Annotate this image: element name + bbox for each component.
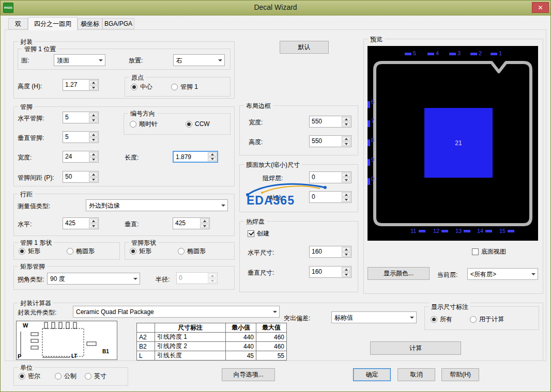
board-width-input[interactable]: 550 [309, 116, 351, 128]
height-spinner[interactable] [88, 80, 98, 90]
display-colors-button[interactable]: 显示颜色... [368, 267, 430, 280]
thermal-v-value[interactable]: 160 [310, 266, 341, 277]
spin-down-button[interactable] [89, 157, 98, 162]
solder-mask-value[interactable]: 0 [310, 172, 341, 183]
spin-up-button[interactable] [342, 117, 350, 121]
height-value[interactable]: 1.27 [63, 80, 88, 90]
chevron-down-icon[interactable] [271, 306, 279, 317]
corner-type-combobox[interactable]: 90 度 [47, 273, 140, 285]
spin-down-button[interactable] [342, 122, 350, 127]
thermal-h-value[interactable]: 160 [310, 246, 341, 257]
placement-combobox[interactable]: 右 [173, 54, 225, 66]
spin-down-button[interactable] [89, 118, 98, 122]
package-type-combobox[interactable]: Ceramic Quad Flat Package [73, 306, 280, 318]
spin-down-button[interactable] [89, 177, 98, 182]
dim-min[interactable]: 440 [226, 342, 256, 351]
vertical-pins-value[interactable]: 5 [63, 132, 88, 143]
spin-down-button[interactable] [342, 197, 350, 202]
thermal-create-checkbox[interactable]: 创建 [248, 229, 269, 238]
spin-up-button[interactable] [89, 80, 98, 85]
dim-min[interactable]: 440 [226, 333, 256, 342]
spin-up-button[interactable] [89, 132, 98, 137]
dim-max[interactable]: 460 [256, 333, 287, 342]
spin-up-button[interactable] [200, 218, 209, 223]
face-combobox[interactable]: 顶面 [54, 54, 105, 66]
horizontal-pins-spinner[interactable] [88, 112, 98, 123]
pin-width-input[interactable]: 24 [63, 151, 99, 163]
pin-pitch-value[interactable]: 50 [63, 171, 88, 182]
pin-width-spinner[interactable] [88, 151, 98, 162]
pin-length-value[interactable]: 1.879 [174, 152, 207, 162]
tab-quarter-circumference[interactable]: 四分之一圆周 [28, 17, 78, 30]
tolerance-combobox[interactable]: 标称值 [331, 311, 417, 323]
table-row[interactable]: L 引线长度 45 55 [137, 351, 287, 360]
spin-up-button[interactable] [89, 152, 98, 156]
tab-dual[interactable]: 双 [8, 18, 28, 29]
origin-center-radio[interactable]: 中心 [131, 83, 152, 90]
origin-pin1-radio[interactable]: 管脚 1 [171, 83, 198, 90]
board-height-input[interactable]: 550 [309, 135, 351, 147]
board-width-value[interactable]: 550 [310, 116, 341, 127]
direction-cw-radio[interactable]: 顺时针 [130, 120, 158, 128]
spin-down-button[interactable] [89, 224, 98, 228]
spin-down-button[interactable] [342, 142, 350, 146]
dim-max[interactable]: 460 [256, 342, 287, 351]
dims-calc-radio[interactable]: 用于计算 [470, 316, 504, 323]
spin-up-button[interactable] [89, 172, 98, 177]
height-input[interactable]: 1.27 [63, 79, 99, 91]
direction-ccw-radio[interactable]: CCW [186, 120, 210, 128]
tab-bga-pga[interactable]: BGA/PGA [102, 18, 134, 29]
current-layer-combobox[interactable]: <所有层> [467, 268, 538, 280]
measure-type-combobox[interactable]: 外边到边缘 [86, 199, 228, 211]
spin-up-button[interactable] [89, 113, 98, 117]
row-horizontal-input[interactable]: 425 [63, 217, 99, 229]
pin-length-spinner[interactable] [207, 152, 217, 162]
wizard-options-button[interactable]: 向导选项... [222, 368, 275, 381]
row-vertical-spinner[interactable] [200, 218, 209, 229]
chevron-down-icon[interactable] [131, 273, 140, 284]
thermal-v-spinner[interactable] [341, 266, 351, 277]
chevron-down-icon[interactable] [97, 55, 105, 66]
chevron-down-icon[interactable] [408, 312, 416, 323]
thermal-h-spinner[interactable] [341, 246, 351, 257]
spin-up-button[interactable] [208, 152, 217, 156]
spin-up-button[interactable] [342, 136, 350, 141]
vertical-pins-input[interactable]: 5 [63, 131, 99, 143]
pin-length-input[interactable]: 1.879 [173, 151, 218, 163]
pin-shape-oval-radio[interactable]: 椭圆形 [178, 247, 206, 255]
default-button[interactable]: 默认 [280, 41, 329, 54]
thermal-h-input[interactable]: 160 [309, 246, 351, 258]
dim-max[interactable]: 55 [256, 351, 287, 360]
paste-value[interactable]: 0 [310, 192, 341, 202]
spin-up-button[interactable] [342, 173, 350, 177]
help-button[interactable]: 帮助(H) [441, 368, 479, 381]
spin-up-button[interactable] [342, 267, 350, 272]
board-width-spinner[interactable] [341, 116, 351, 127]
spin-down-button[interactable] [89, 85, 98, 90]
row-vertical-input[interactable]: 425 [173, 217, 210, 229]
solder-mask-spinner[interactable] [341, 172, 351, 183]
horizontal-pins-input[interactable]: 5 [63, 112, 99, 123]
spin-up-button[interactable] [89, 218, 98, 223]
calculate-button[interactable]: 计算 [370, 341, 461, 355]
pin-width-value[interactable]: 24 [63, 151, 88, 162]
cancel-button[interactable]: 取消 [397, 368, 435, 381]
dim-min[interactable]: 45 [226, 351, 256, 360]
horizontal-pins-value[interactable]: 5 [63, 112, 88, 123]
units-mil-radio[interactable]: 密尔 [19, 372, 40, 380]
table-row[interactable]: A2 引线跨度 1 440 460 [137, 333, 287, 342]
table-row[interactable]: B2 引线跨度 2 440 460 [137, 342, 287, 351]
paste-spinner[interactable] [341, 192, 351, 202]
pin1-shape-rect-radio[interactable]: 矩形 [19, 247, 40, 255]
pin-pitch-input[interactable]: 50 [63, 171, 99, 183]
spin-down-button[interactable] [342, 178, 350, 182]
spin-down-button[interactable] [342, 252, 350, 257]
spin-down-button[interactable] [89, 137, 98, 142]
dims-all-radio[interactable]: 所有 [431, 316, 452, 323]
vertical-pins-spinner[interactable] [88, 132, 98, 143]
pin1-shape-oval-radio[interactable]: 椭圆形 [67, 247, 95, 255]
spin-up-button[interactable] [342, 247, 350, 252]
pin-pitch-spinner[interactable] [88, 171, 98, 182]
row-horizontal-value[interactable]: 425 [63, 218, 88, 229]
board-height-spinner[interactable] [341, 136, 351, 147]
